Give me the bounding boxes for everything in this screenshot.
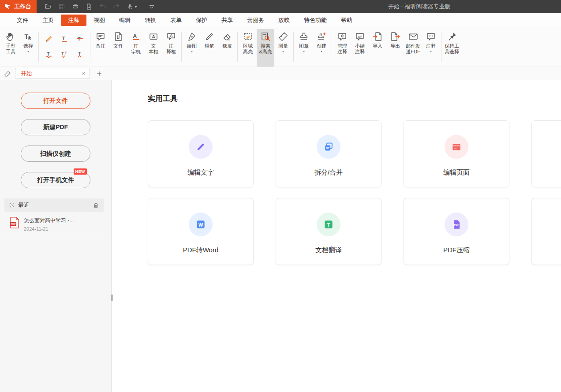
trash-icon[interactable] (93, 202, 99, 209)
redo-icon[interactable] (109, 0, 123, 13)
callout-button[interactable]: 注 释框 (162, 29, 180, 67)
menu-edit[interactable]: 编辑 (112, 15, 138, 26)
import-comments-button[interactable]: 导入 (369, 29, 386, 67)
draw-button[interactable]: 绘图 ▾ (183, 29, 201, 67)
recent-file-date: 2024-11-21 (24, 226, 74, 231)
area-highlight-button[interactable]: 区域 高亮 (239, 29, 257, 67)
svg-text:PDF: PDF (454, 224, 460, 226)
scanner-create-button[interactable]: 扫描仪创建 (21, 146, 90, 162)
ribbon-separator (90, 32, 90, 62)
chevron-down-icon: ▾ (303, 49, 305, 53)
menu-comment[interactable]: 注释 (61, 15, 86, 26)
content-area: 打开文件 新建PDF 扫描仪创建 打开手机文件 NEW 最近 (0, 80, 561, 392)
tool-card-split-merge[interactable]: 拆分/合并 (276, 120, 381, 187)
tool-card-edit-pages[interactable]: 编辑页面 (404, 120, 509, 187)
pencil-button[interactable]: 铅笔 (201, 29, 218, 67)
squiggly-underline-icon[interactable] (42, 47, 56, 61)
create-stamp-button[interactable]: 创建 ▾ (313, 29, 330, 67)
customize-toolbar-icon[interactable] (145, 0, 158, 13)
menu-form[interactable]: 表单 (163, 15, 189, 26)
stamp-button[interactable]: 图章 ▾ (295, 29, 313, 67)
ribbon-toolbar: 手型 工具 选择 ▾ 备注 文件 打 字机 (0, 27, 561, 67)
ribbon-separator (38, 32, 39, 62)
tool-card-partial[interactable] (531, 198, 561, 265)
hand-tool-button[interactable]: 手型 工具 (2, 29, 19, 67)
doc-translate-icon: T (317, 213, 340, 236)
select-tool-button[interactable]: 选择 ▾ (19, 29, 37, 67)
split-merge-icon (317, 135, 340, 159)
menu-features[interactable]: 特色功能 (297, 15, 334, 26)
tool-card-label: 拆分/合并 (314, 168, 343, 177)
keep-tool-selected-button[interactable]: 保持工 具选择 (443, 29, 461, 67)
insert-text-icon[interactable] (73, 47, 87, 61)
menu-view[interactable]: 视图 (86, 15, 112, 26)
measure-button[interactable]: 测量 ▾ (274, 29, 292, 67)
tool-card-pdf-to-word[interactable]: W PDF转Word (148, 198, 254, 265)
tool-card-pdf-compress[interactable]: PDF PDF压缩 (404, 198, 509, 265)
menu-present[interactable]: 放映 (271, 15, 297, 26)
new-pdf-button[interactable]: 新建PDF (21, 119, 90, 135)
manage-comments-icon (337, 31, 348, 42)
chevron-down-icon: ▾ (282, 49, 284, 53)
ruler-icon (278, 31, 288, 42)
share-doc-icon[interactable] (82, 0, 96, 13)
chevron-down-icon[interactable]: ▾ (135, 5, 137, 9)
import-icon (372, 31, 383, 42)
menu-protect[interactable]: 保护 (189, 15, 214, 26)
file-attachment-button[interactable]: 文件 (109, 29, 127, 67)
pencil-icon (204, 31, 215, 42)
replace-text-icon[interactable] (57, 47, 71, 61)
recent-file-item[interactable]: PDF 怎么面对高中学习 -... 2024-11-21 (0, 212, 104, 237)
workspace-label: 工作台 (14, 3, 31, 11)
print-icon[interactable] (68, 0, 82, 13)
eraser-tool-icon[interactable] (4, 70, 11, 78)
chevron-down-icon: ▾ (321, 49, 322, 53)
comments-panel-button[interactable]: 注释 ▾ (422, 29, 440, 67)
textbox-button[interactable]: 文 本框 (145, 29, 162, 67)
menu-convert[interactable]: 转换 (138, 15, 163, 26)
open-file-icon[interactable] (41, 0, 55, 13)
workspace-button[interactable]: 工作台 (0, 0, 37, 13)
search-highlight-button[interactable]: 搜索 &高亮 (257, 29, 274, 67)
menu-help[interactable]: 帮助 (334, 15, 359, 26)
tab-start[interactable]: 开始 (15, 68, 90, 79)
tool-card-label: 编辑页面 (443, 168, 470, 177)
summarize-comments-button[interactable]: 小结 注释 (351, 29, 369, 67)
close-icon[interactable] (81, 71, 86, 76)
pdf-file-icon: PDF (10, 217, 19, 228)
note-button[interactable]: 备注 (92, 29, 109, 67)
typewriter-icon (131, 31, 141, 42)
ribbon-separator (332, 32, 332, 62)
manage-comments-button[interactable]: 管理 注释 (333, 29, 351, 67)
highlight-icon[interactable] (42, 32, 56, 46)
tool-card-partial[interactable] (531, 120, 561, 187)
save-icon[interactable] (55, 0, 68, 13)
select-icon (23, 31, 34, 42)
new-tab-icon[interactable] (96, 71, 102, 77)
ribbon-separator (441, 32, 441, 62)
sidebar-splitter-handle[interactable] (110, 295, 113, 301)
menu-file[interactable]: 文件 (10, 15, 35, 26)
svg-text:W: W (198, 222, 203, 228)
tool-card-label: PDF压缩 (443, 246, 470, 254)
svg-text:PDF: PDF (11, 223, 16, 225)
textbox-icon (148, 31, 159, 42)
eraser-icon (222, 31, 232, 42)
menu-share[interactable]: 共享 (214, 15, 240, 26)
open-file-button[interactable]: 打开文件 (21, 93, 90, 109)
menu-home[interactable]: 主页 (35, 15, 61, 26)
underline-icon[interactable] (57, 32, 71, 46)
pdf-to-word-icon: W (189, 213, 213, 236)
search-highlight-icon (260, 31, 271, 42)
tool-card-label: PDF转Word (183, 246, 219, 254)
edit-pages-icon (445, 135, 468, 159)
eraser-button[interactable]: 橡皮 (218, 29, 236, 67)
menu-cloud[interactable]: 云服务 (240, 15, 271, 26)
mail-fdf-button[interactable]: 邮件发 送FDF (404, 29, 422, 67)
undo-icon[interactable] (96, 0, 109, 13)
typewriter-button[interactable]: 打 字机 (127, 29, 145, 67)
export-comments-button[interactable]: 导出 (386, 29, 404, 67)
strikeout-icon[interactable] (73, 32, 87, 46)
tool-card-edit-text[interactable]: 编辑文字 (148, 120, 254, 187)
tool-card-doc-translate[interactable]: T 文档翻译 (276, 198, 381, 265)
